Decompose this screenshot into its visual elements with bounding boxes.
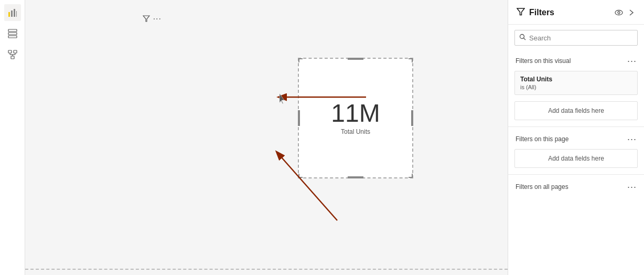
section-filters-all-title: Filters on all pages xyxy=(516,183,568,191)
search-box[interactable] xyxy=(514,30,638,46)
handle-tr xyxy=(409,58,413,62)
svg-marker-20 xyxy=(517,8,524,15)
filters-funnel-icon xyxy=(517,7,525,18)
section-filters-visual-header: Filters on this visual ··· xyxy=(508,51,644,69)
main-canvas: ··· 11M Total Units xyxy=(25,0,508,275)
svg-point-22 xyxy=(618,12,620,14)
section-filters-page-title: Filters on this page xyxy=(516,135,568,143)
filter-card-name: Total Units xyxy=(520,76,632,83)
card-value: 11M xyxy=(331,101,380,126)
filters-header-icons xyxy=(615,8,636,17)
add-field-visual[interactable]: Add data fields here xyxy=(514,101,638,120)
filters-panel: Filters Filters o xyxy=(508,0,644,275)
left-sidebar xyxy=(0,0,25,275)
svg-point-21 xyxy=(615,10,622,15)
sidebar-item-report[interactable] xyxy=(4,4,21,21)
sidebar-item-data[interactable] xyxy=(4,25,21,42)
svg-marker-14 xyxy=(143,16,149,22)
svg-rect-4 xyxy=(8,29,17,31)
section-filters-visual-more[interactable]: ··· xyxy=(627,56,637,66)
handle-mid-right xyxy=(411,110,413,126)
divider-2 xyxy=(508,174,644,175)
add-field-page[interactable]: Add data fields here xyxy=(514,149,638,168)
svg-line-24 xyxy=(524,38,526,40)
svg-rect-2 xyxy=(14,9,15,17)
svg-rect-8 xyxy=(14,50,17,53)
more-toolbar-icon[interactable]: ··· xyxy=(153,14,162,24)
svg-rect-7 xyxy=(8,50,12,53)
section-filters-all-header: Filters on all pages ··· xyxy=(508,177,644,195)
search-input[interactable] xyxy=(529,34,633,42)
section-filters-visual-title: Filters on this visual xyxy=(516,57,571,65)
sidebar-item-model[interactable] xyxy=(4,46,21,63)
handle-mid-top xyxy=(348,58,363,60)
svg-rect-0 xyxy=(8,12,10,17)
filter-card-value: is (All) xyxy=(520,84,632,90)
svg-rect-9 xyxy=(11,56,14,59)
filters-header: Filters xyxy=(508,0,644,25)
svg-rect-1 xyxy=(11,10,13,17)
canvas-bottom-border xyxy=(25,269,508,275)
filter-toolbar-icon[interactable] xyxy=(143,15,150,24)
divider-1 xyxy=(508,126,644,127)
card-label: Total Units xyxy=(341,128,370,135)
section-filters-page-more[interactable]: ··· xyxy=(627,134,637,144)
handle-br xyxy=(409,174,413,178)
filters-forward-icon[interactable] xyxy=(627,8,636,17)
svg-rect-6 xyxy=(8,36,17,38)
section-filters-all-more[interactable]: ··· xyxy=(627,182,637,192)
svg-point-23 xyxy=(520,35,524,39)
filter-card-total-units[interactable]: Total Units is (All) xyxy=(514,71,638,95)
visual-toolbar: ··· xyxy=(143,14,162,24)
handle-bl xyxy=(298,174,303,178)
arrows-overlay xyxy=(25,0,508,275)
svg-rect-3 xyxy=(16,11,17,17)
filters-title: Filters xyxy=(529,8,554,17)
handle-mid-bottom xyxy=(348,176,363,178)
filters-eye-icon[interactable] xyxy=(615,8,623,17)
handle-tl xyxy=(298,58,303,62)
search-icon xyxy=(519,34,526,42)
filters-title-group: Filters xyxy=(517,7,554,18)
visual-card: 11M Total Units xyxy=(298,58,413,178)
section-filters-page-header: Filters on this page ··· xyxy=(508,129,644,147)
svg-marker-19 xyxy=(280,93,284,104)
svg-rect-5 xyxy=(8,33,17,35)
handle-mid-left xyxy=(298,110,300,126)
